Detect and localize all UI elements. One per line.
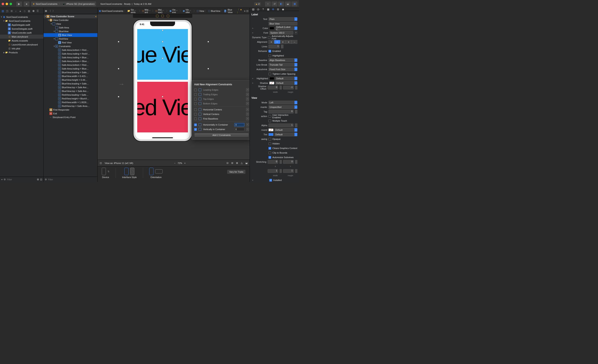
shadow-w-field[interactable]: 0 (268, 86, 278, 89)
installed-checkbox[interactable]: ✓ (269, 179, 272, 182)
pin-icon[interactable]: ⊞ (236, 162, 238, 164)
add-constraints-button[interactable]: Add 2 Constraints (194, 133, 249, 138)
constraint-row[interactable]: ⊟Safe Area.bottom = Red… (44, 63, 97, 67)
orient-landscape-option[interactable] (155, 169, 163, 173)
constraint-row[interactable]: ⊟BlueView.leading = Safe… (44, 82, 97, 86)
source-control-nav-icon[interactable]: ◳ (6, 9, 9, 12)
font-field[interactable]: System 160.0 (269, 31, 293, 35)
font-picker-icon[interactable]: T (295, 31, 298, 34)
user-interaction-checkbox[interactable] (268, 115, 271, 118)
drawing-checkbox[interactable]: ✓ (268, 156, 271, 159)
safearea-row[interactable]: Safe Area (44, 26, 97, 30)
enabled-checkbox[interactable]: ✓ (268, 50, 271, 53)
semantic-popup[interactable]: Unspecified⌄ (268, 105, 297, 109)
redview-row[interactable]: ▼RedView (44, 37, 97, 41)
constraint-row[interactable]: ⊟BlueView.height = 0.44… (44, 78, 97, 82)
align-value-field[interactable] (234, 123, 244, 126)
entry-row[interactable]: →Storyboard Entry Point (44, 115, 97, 119)
scheme-selector[interactable]: ◆ SizeClassConstraints 〉 📱 iPhone SE (2n… (31, 1, 96, 7)
color-swatch[interactable] (269, 27, 274, 30)
toggle-outline-icon[interactable]: ◫ (100, 162, 102, 164)
issue-nav-icon[interactable]: 〈 ▲ 〉 (237, 8, 243, 14)
blueview-row[interactable]: ▼BlueView (44, 30, 97, 33)
size-insp-icon[interactable]: ⊟ (276, 8, 280, 11)
align-option-row[interactable]: Bottom Edges⌄ (192, 101, 249, 106)
scene-row[interactable]: ▼◉View Controller Scene● (44, 15, 97, 18)
shadow-popup[interactable]: Default⌄ (275, 81, 297, 85)
breakpoint-nav-icon[interactable]: ⬢ (32, 9, 35, 12)
debug-nav-icon[interactable]: ▦ (27, 9, 31, 12)
align-option-row[interactable]: Horizontal Centers⌄ (192, 107, 249, 112)
file-item[interactable]: 📁Assets.xcassets (0, 39, 43, 42)
zoom-window-button[interactable] (9, 3, 12, 5)
stop-button[interactable]: ■ (24, 1, 29, 7)
drawing-checkbox[interactable]: ✓ (268, 147, 271, 150)
lines-stepper[interactable] (281, 45, 283, 48)
file-item[interactable]: ◫LaunchScreen.storyboard (0, 42, 43, 47)
blue-view[interactable]: ue Vie (137, 29, 188, 80)
constraint-row[interactable]: ⊟Safe Area.trailing = Blue… (44, 67, 97, 71)
constraint-row[interactable]: ⊟Safe Area.trailing = RedV… (44, 52, 97, 56)
align-option-row[interactable]: First Baselines⌄ (192, 116, 249, 121)
align-option-row[interactable]: Top Edges⌄ (192, 97, 249, 101)
file-item[interactable]: sViewController.swift (0, 31, 43, 35)
align-checkbox[interactable] (194, 113, 197, 116)
constraint-row[interactable]: ⊟BlueView.top = Safe Are… (44, 89, 97, 93)
back-icon[interactable]: 〈 (49, 9, 51, 12)
find-nav-icon[interactable]: ⌕ (14, 9, 17, 12)
drawing-checkbox[interactable] (268, 142, 271, 145)
content-mode-popup[interactable]: Left⌄ (268, 101, 297, 104)
shadow-h-field[interactable]: -1 (283, 86, 294, 89)
panel-left-button[interactable]: ◧ (278, 1, 284, 7)
align-value-field[interactable] (234, 128, 244, 131)
align-option-row[interactable]: Vertical Centers⌄ (192, 112, 249, 116)
highlighted-color-popup[interactable]: Default⌄ (275, 77, 297, 80)
minimize-window-button[interactable] (6, 3, 8, 5)
panel-right-button[interactable]: ◨ (291, 1, 297, 7)
text-content-field[interactable]: Blue View (268, 22, 297, 25)
align-checkbox[interactable] (194, 117, 197, 120)
style-light-option[interactable] (124, 168, 129, 175)
baseline-popup[interactable]: Align Baselines⌄ (268, 58, 297, 62)
align-checkbox[interactable] (194, 93, 197, 96)
style-dark-option[interactable] (130, 168, 134, 175)
redlabel-row[interactable]: LRed View (44, 41, 97, 44)
history-insp-icon[interactable]: ◷ (257, 8, 260, 11)
color-popup[interactable]: Default (Label C…⌄ (275, 26, 297, 30)
autoshrink-popup[interactable]: Fixed Font Size⌄ (268, 67, 297, 71)
align-option-row[interactable]: Trailing Edges⌄ (192, 92, 249, 97)
constraint-row[interactable]: ⊟RedView.width = 1.0026… (44, 100, 97, 104)
file-insp-icon[interactable]: ▤ (251, 8, 255, 11)
recent-filter-icon[interactable]: ⊟ (37, 178, 39, 181)
zoom-out-button[interactable]: − (174, 162, 175, 164)
panel-bottom-button[interactable]: ⬓ (285, 1, 291, 7)
zoom-in-button[interactable]: + (184, 162, 185, 164)
background-popup[interactable]: Default⌄ (274, 128, 297, 132)
file-item[interactable]: sSceneDelegate.swift (0, 27, 43, 31)
view-row[interactable]: ▼View (44, 22, 97, 26)
tighten-checkbox[interactable] (268, 73, 271, 75)
constraint-row[interactable]: ⊟RedView.top = Safe Area… (44, 104, 97, 108)
constraint-row[interactable]: ⊟Safe Area.trailing = Blue… (44, 56, 97, 59)
alpha-field[interactable]: 1 (268, 123, 294, 127)
adjust-editor-icon[interactable]: ≡ (244, 10, 245, 12)
multitouch-checkbox[interactable] (268, 120, 271, 122)
align-value-stepper[interactable]: ⌄ (246, 123, 249, 126)
library-button[interactable]: ＋ (265, 1, 271, 7)
constraint-row[interactable]: ⊟RedView.height = BlueVi… (44, 97, 97, 100)
vary-for-traits-button[interactable]: Vary for Traits (227, 170, 245, 174)
filter-input[interactable] (7, 178, 36, 181)
constraint-row[interactable]: ⊟Safe Area.bottom = Blue… (44, 59, 97, 63)
align-checkbox[interactable] (194, 89, 197, 91)
attributes-insp-icon[interactable]: ⚙ (271, 8, 275, 11)
constraint-row[interactable]: ⊟BlueView.leading = Safe… (44, 71, 97, 74)
project-root[interactable]: ▼▣SizeClassConstraints (0, 15, 43, 19)
forward-icon[interactable]: 〉 (52, 9, 55, 12)
align-option-row[interactable]: ✓Vertically in Container⌄ (192, 127, 249, 132)
alignment-segmented[interactable]: ≡≡≡≡-- (268, 40, 297, 44)
align-icon[interactable]: ⊟ (231, 162, 233, 164)
add-variation-icon[interactable]: + (251, 27, 254, 30)
exit-row[interactable]: ⬅Exit (44, 112, 97, 115)
report-nav-icon[interactable]: ☰ (36, 9, 39, 12)
orient-portrait-option[interactable] (149, 168, 153, 175)
